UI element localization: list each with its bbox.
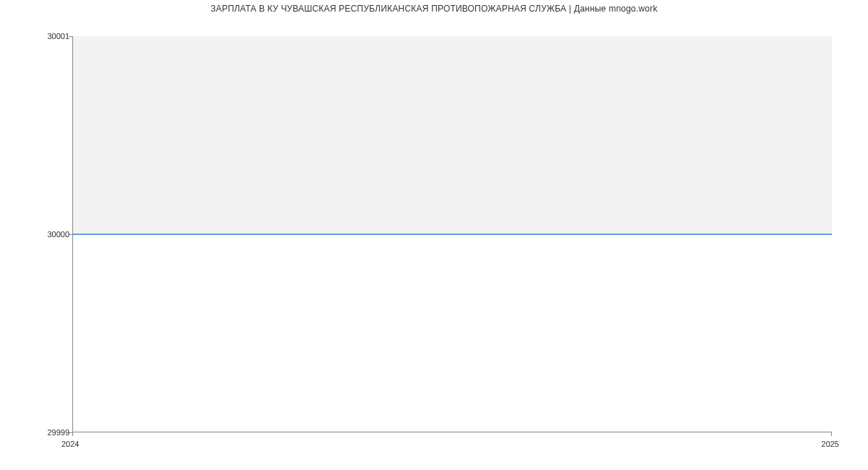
x-tick-mark [72,432,73,436]
chart-title: ЗАРПЛАТА В КУ ЧУВАШСКАЯ РЕСПУБЛИКАНСКАЯ … [0,4,868,14]
x-axis-tick-label: 2024 [61,440,79,448]
data-series-line [73,234,832,235]
y-axis-tick-label: 29999 [47,428,69,437]
y-axis-tick-label: 30000 [47,230,69,239]
y-axis-tick-label: 30001 [47,32,69,40]
x-axis-tick-label: 2025 [822,440,839,448]
x-tick-mark [831,432,832,436]
chart-plot-area [72,36,832,432]
area-fill [73,36,832,234]
